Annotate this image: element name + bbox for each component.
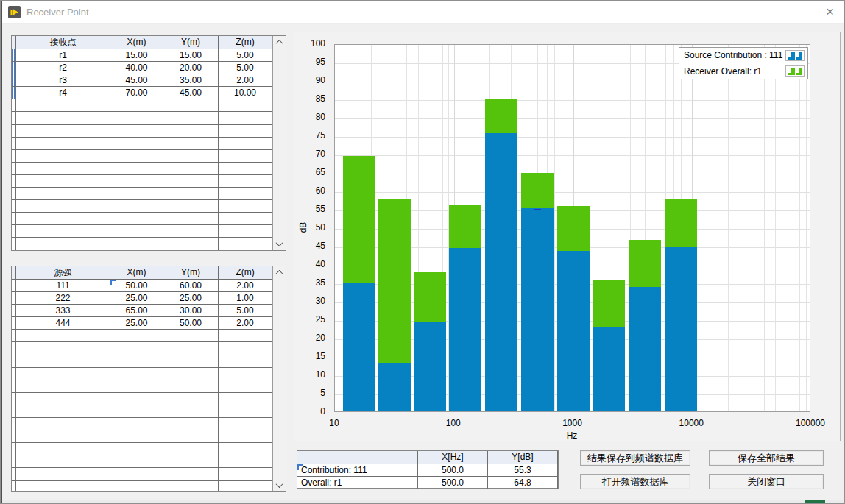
- table-row: r2 40.00 20.00 5.00: [12, 62, 272, 74]
- legend-row: Receiver Overall: r1: [679, 63, 807, 79]
- cursor-line: [537, 45, 537, 210]
- close-icon[interactable]: ×: [826, 4, 834, 20]
- cell[interactable]: 30.00: [163, 305, 219, 317]
- table-row-empty: [12, 112, 272, 124]
- close-window-button[interactable]: 关闭窗口: [709, 474, 824, 489]
- cell[interactable]: 15.00: [163, 49, 219, 62]
- table-row-empty: [12, 342, 272, 355]
- legend: Source Contribution : 111 Receiver Overa…: [679, 47, 808, 79]
- cursor-crosshair: [534, 209, 541, 210]
- cell[interactable]: 50.00: [163, 317, 219, 330]
- background-window-sliver: [1, 500, 844, 503]
- header-cell: [297, 451, 418, 464]
- header-cell: Y[dB]: [488, 451, 558, 464]
- scroll-up-button[interactable]: [273, 266, 286, 279]
- cell[interactable]: 5.00: [219, 305, 272, 317]
- gridline-v-minor: [749, 45, 749, 411]
- cell[interactable]: 444: [16, 317, 110, 330]
- y-tick-label: 25: [294, 314, 325, 325]
- cell[interactable]: 5.00: [219, 62, 272, 74]
- cell[interactable]: 20.00: [163, 62, 219, 74]
- cell[interactable]: 25.00: [110, 317, 163, 330]
- y-tick-label: 85: [294, 93, 325, 104]
- cell[interactable]: r2: [16, 62, 110, 74]
- cell[interactable]: r4: [16, 87, 110, 99]
- cell[interactable]: r3: [16, 74, 110, 87]
- cell[interactable]: 70.00: [110, 87, 163, 99]
- cell[interactable]: 25.00: [110, 292, 163, 305]
- table-row-empty: [12, 125, 272, 138]
- table-row-empty: [12, 330, 272, 342]
- background-window-edge: [1, 1, 2, 503]
- chevron-down-icon: [276, 480, 283, 488]
- cell[interactable]: 35.00: [163, 74, 219, 87]
- cell[interactable]: 65.00: [110, 305, 163, 317]
- legend-label: Source Contribution : 111: [684, 50, 782, 60]
- bar-contribution: [378, 363, 411, 411]
- readout-label: Contribution: 111: [297, 464, 418, 477]
- window-title: Receiver Point: [26, 7, 89, 18]
- cell[interactable]: 25.00: [163, 292, 219, 305]
- x-tick-label: 100: [424, 418, 483, 429]
- header-cell: X(m): [110, 266, 163, 280]
- cell-focused[interactable]: 50.00: [110, 280, 163, 292]
- save-results-to-spectrum-db-button[interactable]: 结果保存到频谱数据库: [580, 450, 690, 466]
- cell[interactable]: 15.00: [110, 49, 163, 62]
- cell[interactable]: 2.00: [219, 280, 272, 292]
- open-spectrum-db-button[interactable]: 打开频谱数据库: [580, 474, 690, 489]
- y-tick-label: 90: [294, 75, 325, 86]
- cell[interactable]: 222: [16, 292, 110, 305]
- cell[interactable]: 5.00: [219, 49, 272, 62]
- cell[interactable]: 2.00: [219, 74, 272, 87]
- table-row-empty: [12, 213, 272, 225]
- cell[interactable]: r1: [16, 49, 110, 62]
- vertical-scrollbar[interactable]: [272, 36, 286, 250]
- save-all-results-button[interactable]: 保存全部结果: [709, 450, 824, 466]
- y-tick-label: 45: [294, 241, 325, 252]
- cell[interactable]: 40.00: [110, 62, 163, 74]
- header-cell: X(m): [110, 36, 163, 49]
- header-cell: Z(m): [219, 266, 272, 280]
- scroll-down-button[interactable]: [273, 479, 286, 491]
- cell[interactable]: 333: [16, 305, 110, 317]
- y-tick-label: 20: [294, 333, 325, 344]
- bar-contribution: [665, 247, 697, 412]
- table-row-empty: [12, 430, 272, 443]
- table-row-empty: [12, 481, 272, 493]
- header-cell: 源强: [16, 266, 110, 280]
- scroll-up-button[interactable]: [273, 36, 286, 49]
- gridline-v-minor: [806, 45, 807, 411]
- readout-value: 500.0: [418, 477, 488, 489]
- cell[interactable]: 10.00: [219, 87, 272, 99]
- table-row-empty: [12, 138, 272, 150]
- table-row: r1 15.00 15.00 5.00: [12, 49, 272, 62]
- cell[interactable]: 60.00: [163, 280, 219, 292]
- header-cell: Y(m): [163, 266, 219, 280]
- table-row-empty: [12, 443, 272, 455]
- scroll-down-button[interactable]: [273, 238, 286, 250]
- cell[interactable]: 45.00: [110, 74, 163, 87]
- x-tick-label: 100000: [781, 418, 840, 429]
- plot-area[interactable]: Source Contribution : 111 Receiver Overa…: [334, 44, 810, 412]
- x-tick-label: 1000: [543, 418, 602, 429]
- table-row-empty: [12, 99, 272, 112]
- cell[interactable]: 2.00: [219, 317, 272, 330]
- cell[interactable]: 45.00: [163, 87, 219, 99]
- table-row-empty: [12, 468, 272, 480]
- table-row-empty: [12, 163, 272, 175]
- chevron-down-icon: [276, 239, 283, 246]
- y-tick-label: 5: [294, 388, 325, 399]
- table-row-empty: [12, 238, 272, 250]
- vertical-scrollbar[interactable]: [272, 266, 286, 491]
- readout-row: Contribution: 111 500.0 55.3: [297, 464, 558, 477]
- y-tick-label: 15: [294, 351, 325, 362]
- y-tick-label: 95: [294, 57, 325, 68]
- table-row-empty: [12, 355, 272, 368]
- cell[interactable]: 1.00: [219, 292, 272, 305]
- y-tick-label: 10: [294, 369, 325, 380]
- cell[interactable]: 111: [16, 280, 110, 292]
- table-row: 333 65.00 30.00 5.00: [12, 305, 272, 317]
- header-cell: 接收点: [16, 36, 110, 49]
- gridline-v-minor: [764, 45, 765, 411]
- table-row-empty: [12, 368, 272, 380]
